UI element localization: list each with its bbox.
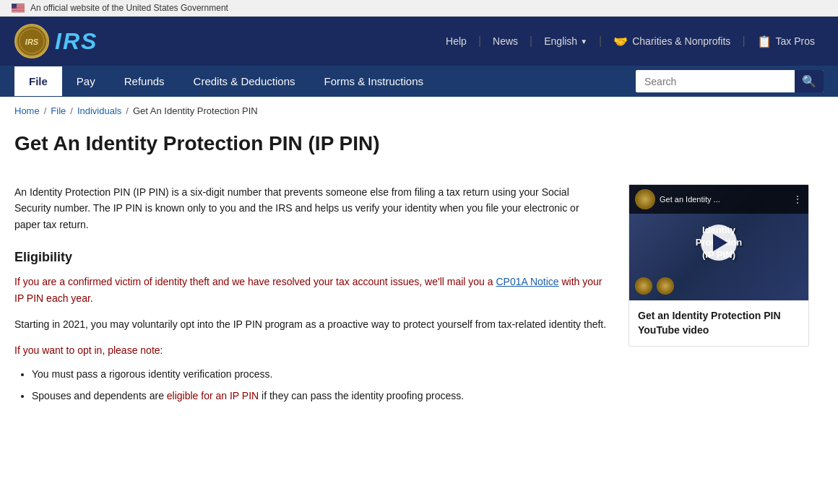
gov-banner: An official website of the United States… bbox=[0, 0, 838, 17]
chevron-down-icon: ▼ bbox=[580, 38, 587, 45]
svg-rect-9 bbox=[12, 9, 25, 10]
video-caption-text: Get an Identity Protection PIN YouTube v… bbox=[638, 309, 800, 337]
irs-logo[interactable]: IRS IRS bbox=[14, 24, 98, 58]
video-irs-logo bbox=[635, 189, 655, 209]
bullet-2-highlight: eligible for an IP PIN bbox=[167, 390, 259, 401]
svg-text:IRS: IRS bbox=[25, 38, 39, 46]
search-input[interactable] bbox=[636, 71, 795, 92]
nav-pay[interactable]: Pay bbox=[62, 66, 110, 96]
search-icon: 🔍 bbox=[802, 75, 816, 87]
eligibility-text-before: If you are a confirmed victim of identit… bbox=[14, 276, 496, 287]
nav-refunds[interactable]: Refunds bbox=[110, 66, 179, 96]
cp01a-link[interactable]: CP01A Notice bbox=[496, 276, 558, 287]
bullet-2-rest: if they can pass the identity proofing p… bbox=[259, 390, 464, 401]
nav-sep-4: | bbox=[742, 35, 745, 48]
breadcrumb-sep-2: / bbox=[70, 105, 73, 116]
irs-text: IRS bbox=[55, 28, 98, 55]
us-flag-icon bbox=[12, 4, 25, 12]
content-right: Get an Identity ... ⋮ IdentityProtection… bbox=[628, 184, 809, 347]
video-thumbnail[interactable]: Get an Identity ... ⋮ IdentityProtection… bbox=[629, 185, 808, 300]
site-header: IRS IRS Help | News | English ▼ | 🤝 Char… bbox=[0, 17, 838, 66]
bullet-2-text: Spouses and dependents are bbox=[32, 390, 167, 401]
nav-help[interactable]: Help bbox=[437, 32, 475, 50]
svg-rect-10 bbox=[12, 10, 25, 11]
nav-news[interactable]: News bbox=[484, 32, 527, 50]
nav-sep-1: | bbox=[478, 35, 481, 48]
svg-rect-12 bbox=[12, 12, 25, 12]
page-title: Get An Identity Protection PIN (IP PIN) bbox=[14, 132, 824, 162]
video-bottom-logos bbox=[635, 277, 674, 295]
video-card: Get an Identity ... ⋮ IdentityProtection… bbox=[628, 184, 809, 347]
video-play-button[interactable] bbox=[701, 225, 737, 261]
breadcrumb: Home / File / Individuals / Get An Ident… bbox=[0, 97, 838, 125]
play-triangle-icon bbox=[713, 234, 727, 251]
breadcrumb-sep-1: / bbox=[44, 105, 47, 116]
breadcrumb-home[interactable]: Home bbox=[14, 105, 40, 116]
video-caption: Get an Identity Protection PIN YouTube v… bbox=[629, 300, 808, 346]
main-nav: File Pay Refunds Credits & Deductions Fo… bbox=[0, 66, 838, 97]
svg-rect-13 bbox=[12, 4, 17, 8]
bullet-item-1: You must pass a rigorous identity verifi… bbox=[32, 366, 607, 383]
video-bottom-logo-2 bbox=[657, 277, 674, 295]
nav-english[interactable]: English ▼ bbox=[535, 32, 596, 50]
video-top-bar: Get an Identity ... ⋮ bbox=[629, 185, 808, 214]
breadcrumb-sep-3: / bbox=[126, 105, 129, 116]
opt-in-note: If you want to opt in, please note: bbox=[14, 342, 607, 358]
breadcrumb-file[interactable]: File bbox=[51, 105, 66, 116]
nav-charities[interactable]: 🤝 Charities & Nonprofits bbox=[605, 32, 739, 51]
search-box: 🔍 bbox=[636, 70, 824, 92]
video-menu-icon: ⋮ bbox=[792, 194, 803, 205]
header-nav: Help | News | English ▼ | 🤝 Charities & … bbox=[437, 32, 824, 51]
video-bottom-logo-1 bbox=[635, 277, 652, 295]
eligibility-heading: Eligibility bbox=[14, 250, 607, 265]
svg-rect-7 bbox=[12, 8, 25, 9]
breadcrumb-individuals[interactable]: Individuals bbox=[77, 105, 121, 116]
irs-seal: IRS bbox=[14, 24, 49, 58]
nav-taxpros[interactable]: 📋 Tax Pros bbox=[748, 32, 824, 51]
main-content: Get An Identity Protection PIN (IP PIN) … bbox=[0, 125, 838, 430]
svg-rect-8 bbox=[12, 9, 25, 9]
nav-credits[interactable]: Credits & Deductions bbox=[179, 66, 310, 96]
bullet-list: You must pass a rigorous identity verifi… bbox=[32, 366, 607, 405]
bullet-item-2: Spouses and dependents are eligible for … bbox=[32, 388, 607, 405]
video-title-text: Get an Identity ... bbox=[660, 195, 792, 204]
intro-paragraph: An Identity Protection PIN (IP PIN) is a… bbox=[14, 184, 607, 233]
nav-sep-2: | bbox=[530, 35, 532, 48]
nav-sep-3: | bbox=[599, 35, 602, 48]
gov-banner-text: An official website of the United States… bbox=[30, 3, 228, 13]
charities-icon: 🤝 bbox=[613, 35, 628, 48]
nav-forms[interactable]: Forms & Instructions bbox=[309, 66, 438, 96]
breadcrumb-current: Get An Identity Protection PIN bbox=[133, 105, 258, 116]
svg-rect-11 bbox=[12, 11, 25, 12]
search-button[interactable]: 🔍 bbox=[795, 70, 824, 92]
nav-file[interactable]: File bbox=[14, 66, 62, 96]
taxpros-icon: 📋 bbox=[757, 35, 772, 48]
content-layout: An Identity Protection PIN (IP PIN) is a… bbox=[14, 184, 824, 409]
content-left: An Identity Protection PIN (IP PIN) is a… bbox=[14, 184, 607, 409]
eligibility-para2: Starting in 2021, you may voluntarily op… bbox=[14, 316, 607, 332]
eligibility-para1: If you are a confirmed victim of identit… bbox=[14, 274, 607, 306]
